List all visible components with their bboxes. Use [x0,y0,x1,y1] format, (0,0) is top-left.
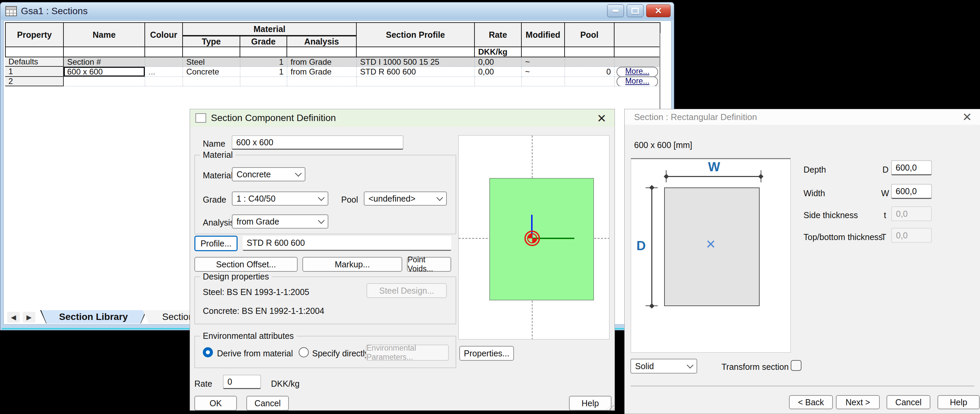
dialog-close-icon[interactable]: ✕ [597,113,607,124]
depth-symbol: D [883,165,889,174]
minimize-button[interactable] [607,5,624,17]
table-cell[interactable] [475,77,522,86]
rate-input[interactable]: 0 [223,375,261,389]
col-header-modified: Modified [522,22,565,47]
table-cell[interactable]: STD R 600 600 [357,67,475,77]
table-cell[interactable] [240,77,287,86]
side-thickness-input: 0,0 [891,206,932,221]
chevron-down-icon [318,194,325,201]
table-cell[interactable]: ~ [522,57,565,67]
depth-input[interactable]: 600,0 [891,160,932,175]
table-cell[interactable]: 1 [240,57,287,67]
cancel-button[interactable]: Cancel [886,395,931,409]
row-header[interactable]: Defaults [5,57,64,67]
cancel-button[interactable]: Cancel [247,396,289,411]
close-icon: ✕ [655,6,662,15]
env-group-label: Environmental attributes [200,331,297,341]
chevron-down-icon [436,194,443,201]
depth-dim-label: D [636,239,646,253]
side-thickness-symbol: t [884,210,886,220]
section-shape [489,178,594,300]
col-header-material: Material [183,22,357,36]
dialog-titlebar[interactable]: Section Component Definition [190,109,614,127]
selected-name-cell[interactable]: 600 x 600 [64,67,145,77]
close-button[interactable]: ✕ [646,5,671,17]
table-cell[interactable]: 0,00 [475,57,522,67]
row-header[interactable]: 2 [5,77,64,86]
table-cell[interactable]: 1 [240,67,287,77]
table-cell[interactable]: Concrete [183,67,240,77]
tab-section-library[interactable]: Section Library [40,310,147,324]
pool-select[interactable]: <undefined> [364,192,447,206]
table-cell[interactable] [145,77,183,86]
steel-code-text: Steel: BS EN 1993-1-1:2005 [203,287,309,297]
help-button[interactable]: Help [937,395,980,409]
window-title: Gsa1 : Sections [21,6,88,16]
table-cell[interactable] [614,57,660,67]
dimension-diagram: W D × [631,158,791,353]
unit-cell [614,47,660,57]
transform-section-checkbox[interactable] [791,360,802,371]
material-select[interactable]: Concrete [232,167,305,181]
col-header-rate: Rate [475,22,522,47]
table-cell[interactable]: STD I 1000 500 15 25 [357,57,475,67]
width-input[interactable]: 600,0 [891,184,932,199]
table-cell[interactable]: ~ [522,67,565,77]
table-cell[interactable]: Section # [64,57,145,67]
more-button[interactable]: More... [617,77,659,86]
tab-scroll-left-button[interactable]: ◀ [7,312,20,323]
row-header[interactable]: 1 [5,67,64,77]
table-cell[interactable]: ... [145,67,183,77]
dialog-icon [196,113,206,123]
point-voids-button[interactable]: Point Voids... [407,257,451,272]
table-cell[interactable] [357,77,475,86]
top-bottom-thickness-symbol: T [881,232,886,242]
unit-cell [145,47,183,57]
table-cell[interactable]: from Grade [287,57,357,67]
specify-radio[interactable] [299,347,309,357]
derive-radio[interactable] [203,347,213,357]
profile-button[interactable]: Profile... [194,236,237,251]
steel-design-button[interactable]: Steel Design... [366,283,447,298]
table-cell[interactable]: Steel [183,57,240,67]
table-cell[interactable]: from Grade [287,67,357,77]
dialog-titlebar[interactable]: Section : Rectangular Definition ✕ [625,109,980,125]
section-preview [458,135,609,339]
table-cell[interactable] [565,57,614,67]
tab-edge [40,310,47,324]
window-titlebar[interactable]: Gsa1 : Sections [1,3,674,19]
material-group-label: Material [200,150,235,160]
ok-button[interactable]: OK [194,396,237,411]
table-cell[interactable]: 0,00 [475,67,522,77]
dialog-close-icon[interactable]: ✕ [963,111,972,123]
tab-scroll-right-button[interactable]: ▶ [22,312,35,323]
table-cell[interactable] [183,77,240,86]
table-cell[interactable] [145,57,183,67]
sections-table: Property Name Colour Material Type Grade… [5,22,660,86]
unit-cell [522,47,565,57]
shape-type-value: Solid [635,362,654,371]
right-arrow-icon: ▶ [26,313,31,321]
properties-button[interactable]: Properties... [459,346,514,361]
env-parameters-button[interactable]: Environmental Parameters... [366,344,449,361]
unit-cell [565,47,614,57]
more-button[interactable]: More... [617,67,659,77]
grade-select[interactable]: 1 : C40/50 [232,192,328,206]
table-cell[interactable]: 0 [565,67,614,77]
back-button[interactable]: < Back [789,395,833,409]
table-cell[interactable] [522,77,565,86]
table-cell[interactable] [287,77,357,86]
table-cell[interactable] [64,77,145,86]
shape-type-select[interactable]: Solid [630,359,697,374]
section-offset-button[interactable]: Section Offset... [194,257,298,272]
name-input[interactable]: 600 x 600 [232,135,403,150]
specify-radio-label: Specify directly [312,349,369,358]
markup-button[interactable]: Markup... [302,257,402,272]
table-cell[interactable] [565,77,614,86]
analysis-select[interactable]: from Grade [232,214,328,228]
chevron-down-icon [318,217,325,224]
next-button[interactable]: Next > [836,395,880,409]
profile-input[interactable]: STD R 600 600 [243,236,451,251]
maximize-button[interactable] [627,5,644,17]
help-button[interactable]: Help [569,396,611,411]
